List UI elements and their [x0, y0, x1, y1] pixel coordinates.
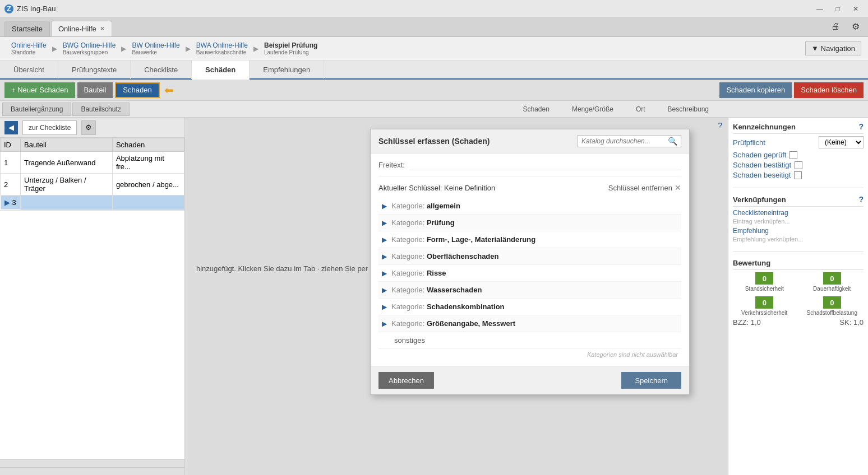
breadcrumb-arrow-0: ▶ [52, 45, 57, 53]
back-arrow-icon: ◀ [8, 123, 14, 132]
cell-bauteil: Tragende Außenwand [21, 152, 113, 174]
bauteilschutz-button[interactable]: Bauteilschutz [72, 103, 129, 116]
tab-schaden[interactable]: Schäden [192, 60, 250, 80]
col-header-ort: Ort [625, 105, 657, 113]
col-header-beschreibung: Beschreibung [657, 105, 720, 113]
loeschen-button[interactable]: Schaden löschen [794, 82, 864, 98]
schaden-gepruft-checkbox[interactable] [789, 151, 797, 159]
kennzeichnungen-title: Kennzeichnungen ? [733, 122, 864, 134]
checklisteneintrag-link[interactable]: Checklisteneintrag [733, 209, 864, 217]
close-button[interactable]: ✕ [848, 3, 864, 15]
cat-label-4: Kategorie: Risse [391, 269, 446, 277]
schaden-beseitigt-checkbox[interactable] [794, 171, 802, 179]
breadcrumb-item-2[interactable]: BW Online-Hilfe Bauwerke [127, 39, 184, 58]
cat-label-0: Kategorie: allgemein [391, 202, 460, 210]
tab-prufungstexte[interactable]: Prüfungstexte [58, 60, 131, 79]
tab-checkliste[interactable]: Checkliste [131, 60, 192, 79]
print-button[interactable]: 🖨 [828, 18, 843, 34]
col-schaden-header[interactable]: Schaden [112, 138, 184, 152]
breadcrumbs: Online-Hilfe Standorte ▶ BWG Online-Hilf… [7, 39, 322, 58]
category-item-7[interactable]: ▶ Kategorie: Größenangabe, Messwert [378, 315, 681, 332]
tab-startseite[interactable]: Startseite [4, 21, 50, 36]
schaden-bestatigt-checkbox[interactable] [795, 161, 802, 169]
title-bar: Z ZIS Ing-Bau — □ ✕ [0, 0, 868, 18]
cancel-button[interactable]: Abbrechen [378, 372, 434, 389]
schadstoffbelastung-label: Schadstoffbelastung [807, 310, 857, 316]
tab-ubersicht[interactable]: Übersicht [0, 60, 58, 79]
cell-bauteil: Unterzug / Balken / Träger [21, 174, 113, 195]
current-key-row: Aktueller Schlüssel: Keine Definition Sc… [378, 183, 681, 192]
bzz-value: BZZ: 1,0 [733, 318, 761, 327]
schaden-button[interactable]: Schaden [115, 82, 159, 98]
modal-search-box[interactable]: 🔍 [578, 135, 681, 147]
standsicherheit-badge: 0 [755, 272, 773, 285]
category-item-2[interactable]: ▶ Kategorie: Form-, Lage-, Materialänder… [378, 231, 681, 248]
horizontal-scrollbar[interactable] [0, 459, 184, 467]
tab-empfehlungen[interactable]: Empfehlungen [250, 60, 324, 79]
bewertung-grid: 0 Standsicherheit 0 Dauerhaftigkeit 0 Ve… [733, 272, 864, 316]
breadcrumb-item-3[interactable]: BWA Online-Hilfe Bauwerksabschnitte [192, 39, 252, 58]
prufpflicht-label: Prüfpflicht [733, 138, 765, 147]
prufpflicht-select[interactable]: (Keine) [819, 136, 864, 148]
empfehlung-link[interactable]: Empfehlung [733, 227, 864, 235]
back-arrow-button[interactable]: ◀ [4, 121, 18, 134]
minimize-button[interactable]: — [812, 3, 828, 15]
save-button[interactable]: Speichern [621, 372, 681, 389]
breadcrumb-arrow-3: ▶ [253, 45, 258, 53]
table-row[interactable]: 2 Unterzug / Balken / Träger gebrochen /… [1, 174, 184, 195]
main-content: ◀ zur Checkliste ⚙ ID Bauteil Schaden 1 … [0, 118, 868, 475]
settings-button[interactable]: ⚙ [848, 18, 864, 34]
col-id[interactable]: ID [1, 138, 21, 152]
center-panel: ? hinzugefügt. Klicken Sie dazu im Tab ·… [185, 118, 728, 475]
tab-online-hilfe-label: Online-Hilfe [58, 25, 96, 33]
breadcrumb-item-4[interactable]: Beispiel Prüfung Laufende Prüfung [260, 39, 322, 58]
app-title: ZIS Ing-Bau [17, 4, 56, 13]
standsicherheit-label: Standsicherheit [745, 286, 784, 292]
left-panel: ◀ zur Checkliste ⚙ ID Bauteil Schaden 1 … [0, 118, 185, 475]
bauteil-button[interactable]: Bauteil [77, 82, 113, 98]
freitext-input[interactable] [409, 159, 681, 170]
modal-search-input[interactable] [581, 137, 666, 145]
kennzeichnungen-help-icon[interactable]: ? [858, 122, 864, 131]
remove-key-label: Schlüssel entfernen [608, 184, 672, 192]
table-row-active[interactable]: ▶3 [1, 195, 184, 210]
category-item-1[interactable]: ▶ Kategorie: Prüfung [378, 215, 681, 231]
breadcrumb-item-1[interactable]: BWG Online-Hilfe Bauwerksgruppen [58, 39, 121, 58]
tab-close-icon[interactable]: ✕ [100, 25, 105, 32]
breadcrumb-item-0[interactable]: Online-Hilfe Standorte [7, 39, 51, 58]
modal-header: Schlüssel erfassen (Schaden) 🔍 [371, 129, 689, 153]
cat-label-1: Kategorie: Prüfung [391, 218, 455, 227]
bauteilerganzung-button[interactable]: Bauteilergänzung [2, 103, 71, 116]
category-item-sonstiges[interactable]: sonstiges [378, 332, 681, 349]
category-item-3[interactable]: ▶ Kategorie: Oberflächenschaden [378, 248, 681, 265]
category-item-5[interactable]: ▶ Kategorie: Wasserschaden [378, 282, 681, 299]
navigation-button[interactable]: ▼ Navigation [805, 41, 861, 55]
cat-note: Kategorien sind nicht auswählbar [378, 349, 681, 360]
breadcrumb-main-4: Beispiel Prüfung [264, 41, 317, 49]
modal-overlay[interactable]: Schlüssel erfassen (Schaden) 🔍 Freitext: [185, 118, 728, 475]
col-bauteil[interactable]: Bauteil [21, 138, 113, 152]
schaden-beseitigt-label: Schaden beseitigt [733, 171, 791, 179]
category-item-6[interactable]: ▶ Kategorie: Schadenskombination [378, 299, 681, 315]
sub-toolbar: Bauteilergänzung Bauteilschutz Schaden M… [0, 101, 868, 118]
zur-checkliste-button[interactable]: zur Checkliste [22, 120, 77, 135]
kennzeichnungen-section: Kennzeichnungen ? Prüfpflicht (Keine) Sc… [733, 122, 864, 181]
kopieren-button[interactable]: Schaden kopieren [719, 82, 792, 98]
maximize-button[interactable]: □ [830, 3, 846, 15]
secondary-tab-bar: Übersicht Prüfungstexte Checkliste Schäd… [0, 60, 868, 80]
remove-key-button[interactable]: Schlüssel entfernen ✕ [608, 183, 681, 192]
status-bar [0, 467, 184, 475]
bewertung-section: Bewertung 0 Standsicherheit 0 Dauerhafti… [733, 259, 864, 327]
settings-icon-button[interactable]: ⚙ [81, 120, 96, 135]
category-item-4[interactable]: ▶ Kategorie: Risse [378, 265, 681, 282]
table-row[interactable]: 1 Tragende Außenwand Abplatzung mit fre.… [1, 152, 184, 174]
verknupfungen-help-icon[interactable]: ? [858, 195, 864, 204]
new-schaden-button[interactable]: + Neuer Schaden [4, 82, 75, 98]
verkehrssicherheit-label: Verkehrssicherheit [741, 310, 787, 316]
cell-schaden [112, 195, 184, 210]
expand-icon: ▶ [382, 219, 387, 227]
category-item-0[interactable]: ▶ Kategorie: allgemein [378, 198, 681, 215]
bewertung-verkehrssicherheit: 0 Verkehrssicherheit [733, 296, 796, 316]
sk-value: SK: 1,0 [839, 318, 864, 327]
tab-online-hilfe[interactable]: Online-Hilfe ✕ [51, 21, 112, 36]
